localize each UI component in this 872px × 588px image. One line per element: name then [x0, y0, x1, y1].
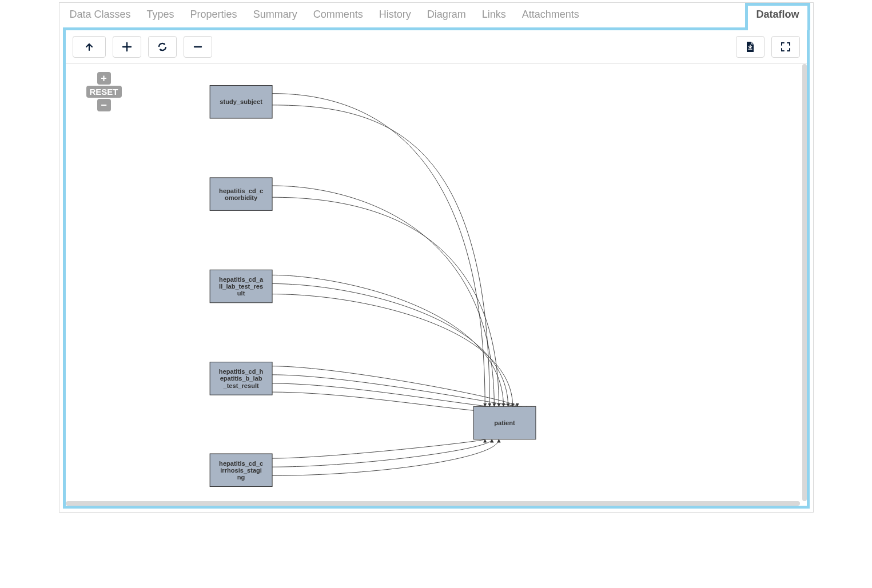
- node-hepatitis_cd_hepatitis_b_lab_test_result[interactable]: hepatitis_cd_hepatitis_b_lab_test_result: [210, 362, 272, 395]
- node-hepatitis_cd_cirrhosis_staging[interactable]: hepatitis_cd_cirrhosis_staging: [210, 454, 272, 486]
- svg-text:patient: patient: [494, 419, 515, 426]
- remove-button[interactable]: [184, 36, 212, 58]
- tab-bar: Data Classes Types Properties Summary Co…: [59, 3, 813, 27]
- edge-hepatitis_cd_all_lab_test_result: [272, 294, 513, 407]
- vertical-scrollbar[interactable]: [802, 64, 807, 501]
- svg-text:study_subject: study_subject: [220, 98, 262, 105]
- tab-summary[interactable]: Summary: [253, 9, 297, 21]
- edge-hepatitis_cd_comorbidity: [272, 186, 494, 406]
- add-button[interactable]: [113, 36, 141, 58]
- edge-hepatitis_cd_all_lab_test_result: [272, 275, 503, 406]
- tab-history[interactable]: History: [379, 9, 411, 21]
- tab-attachments[interactable]: Attachments: [522, 9, 579, 21]
- svg-text:hepatitis_cd_hepatitis_b_lab_t: hepatitis_cd_hepatitis_b_lab_test_result: [218, 368, 263, 389]
- zoom-out-button[interactable]: −: [97, 99, 111, 111]
- plus-icon: [122, 42, 132, 52]
- arrow-up-icon: [85, 42, 94, 51]
- tab-links[interactable]: Links: [482, 9, 506, 21]
- refresh-button[interactable]: [148, 36, 177, 58]
- edge-hepatitis_cd_comorbidity: [272, 197, 499, 406]
- tab-types[interactable]: Types: [147, 9, 174, 21]
- expand-icon: [781, 42, 791, 52]
- node-patient[interactable]: patient: [473, 406, 536, 439]
- edge-hepatitis_cd_cirrhosis_staging: [272, 439, 492, 467]
- zoom-controls: + RESET −: [86, 72, 122, 111]
- flow-svg: study_subjecthepatitis_cd_comorbidityhep…: [66, 64, 807, 506]
- edge-study_subject: [272, 105, 489, 406]
- edge-hepatitis_cd_cirrhosis_staging: [272, 439, 485, 458]
- tab-dataflow[interactable]: Dataflow: [745, 3, 810, 30]
- node-hepatitis_cd_all_lab_test_result[interactable]: hepatitis_cd_all_lab_test_result: [210, 270, 272, 302]
- fullscreen-button[interactable]: [771, 36, 800, 58]
- node-study_subject[interactable]: study_subject: [210, 86, 272, 118]
- up-button[interactable]: [73, 36, 106, 58]
- refresh-icon: [157, 42, 168, 52]
- zoom-reset-button[interactable]: RESET: [86, 86, 122, 98]
- edge-study_subject: [272, 94, 485, 407]
- zoom-in-button[interactable]: +: [97, 72, 111, 85]
- tab-data-classes[interactable]: Data Classes: [70, 9, 131, 21]
- minus-icon: [193, 42, 203, 52]
- tab-comments[interactable]: Comments: [313, 9, 363, 21]
- svg-text:hepatitis_cd_comorbidity: hepatitis_cd_comorbidity: [219, 187, 263, 201]
- diagram-canvas[interactable]: + RESET − study_subjecthepatitis_cd_como…: [66, 64, 807, 506]
- tab-diagram[interactable]: Diagram: [427, 9, 466, 21]
- horizontal-scrollbar[interactable]: [66, 501, 800, 506]
- edge-hepatitis_cd_all_lab_test_result: [272, 283, 508, 406]
- toolbar: [66, 30, 807, 64]
- download-button[interactable]: [736, 36, 765, 58]
- node-hepatitis_cd_comorbidity[interactable]: hepatitis_cd_comorbidity: [210, 178, 272, 210]
- file-download-icon: [745, 41, 755, 53]
- dataflow-panel: Dataflow: [63, 27, 810, 509]
- tab-properties[interactable]: Properties: [190, 9, 237, 21]
- app-frame: Data Classes Types Properties Summary Co…: [59, 2, 814, 513]
